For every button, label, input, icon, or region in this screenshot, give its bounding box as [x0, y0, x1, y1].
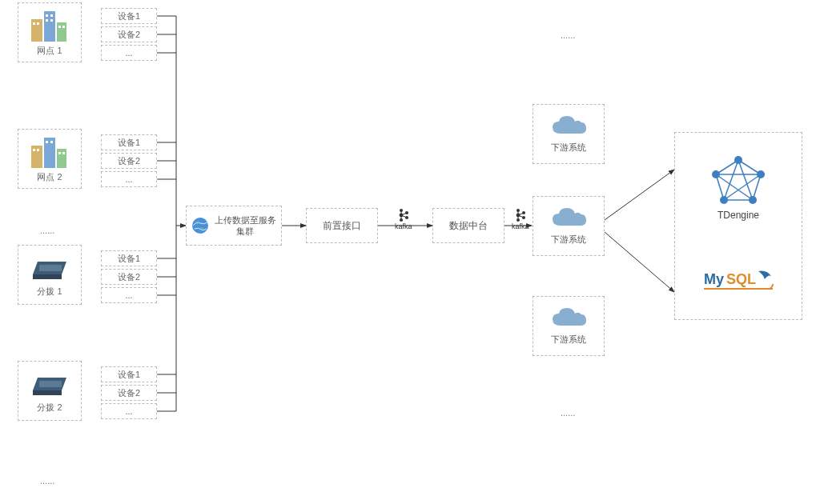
- svg-line-65: [738, 160, 753, 200]
- device-label: 设备2: [118, 155, 140, 167]
- svg-text:SQL: SQL: [726, 271, 756, 287]
- svg-line-18: [605, 232, 674, 292]
- device-box: 设备2: [101, 269, 157, 285]
- device-label: 设备1: [118, 137, 140, 149]
- svg-rect-35: [46, 141, 48, 143]
- svg-line-61: [753, 174, 761, 200]
- upload-cluster-box: 上传数据至服务集群: [186, 206, 282, 246]
- svg-line-69: [716, 174, 753, 200]
- device-label: 设备2: [118, 387, 140, 399]
- device-label: 设备1: [118, 369, 140, 381]
- svg-point-72: [749, 196, 757, 204]
- stage-label: 前置接口: [323, 219, 361, 233]
- svg-rect-40: [39, 265, 62, 271]
- device-label: 设备2: [118, 29, 140, 41]
- site-box-2: 网点 2: [18, 129, 82, 189]
- device-label: 设备2: [118, 271, 140, 283]
- svg-rect-42: [39, 381, 62, 387]
- frontend-interface-box: 前置接口: [306, 208, 378, 243]
- device-box: 设备1: [101, 134, 157, 150]
- svg-rect-23: [37, 22, 39, 25]
- data-platform-box: 数据中台: [432, 208, 504, 243]
- kafka-label: kafka: [395, 222, 412, 230]
- mysql-item: My SQL: [702, 265, 774, 297]
- device-box: ...: [101, 403, 157, 419]
- svg-rect-25: [50, 14, 53, 17]
- site-label: 网点 1: [37, 45, 62, 57]
- mysql-icon: My SQL: [702, 265, 774, 297]
- svg-rect-29: [62, 26, 65, 28]
- device-label: 设备1: [118, 253, 140, 265]
- svg-rect-34: [37, 149, 39, 151]
- globe-icon: [191, 217, 209, 234]
- ellipsis-text: ......: [40, 226, 54, 235]
- device-label: ...: [125, 174, 132, 184]
- kafka-icon: kafka: [512, 208, 529, 230]
- downstream-cloud-mid: 下游系统: [533, 196, 605, 256]
- svg-line-63: [716, 174, 724, 200]
- device-label: 设备1: [118, 10, 140, 22]
- scanner-icon: [30, 252, 70, 284]
- svg-rect-33: [33, 149, 35, 151]
- device-box: 设备1: [101, 366, 157, 382]
- svg-rect-32: [57, 149, 66, 168]
- svg-rect-37: [58, 152, 61, 154]
- device-box: 设备2: [101, 26, 157, 42]
- cloud-label: 下游系统: [551, 142, 586, 154]
- building-icon: [30, 8, 70, 43]
- svg-rect-26: [46, 19, 48, 22]
- device-label: ...: [125, 406, 132, 416]
- svg-line-66: [724, 160, 738, 200]
- device-box: 设备1: [101, 8, 157, 24]
- svg-point-70: [734, 156, 742, 164]
- downstream-cloud-bottom: 下游系统: [533, 296, 605, 356]
- svg-point-74: [712, 170, 720, 178]
- svg-rect-24: [46, 14, 48, 17]
- cloud-label: 下游系统: [551, 334, 586, 346]
- svg-rect-21: [57, 22, 66, 42]
- svg-line-67: [724, 174, 761, 200]
- svg-rect-22: [33, 22, 35, 25]
- svg-rect-38: [62, 152, 65, 154]
- stage-label: 数据中台: [449, 219, 488, 233]
- ellipsis-text: ......: [561, 408, 575, 418]
- svg-line-17: [605, 170, 674, 220]
- svg-rect-28: [58, 26, 61, 28]
- cloud-icon: [549, 306, 588, 330]
- device-box: 设备1: [101, 250, 157, 266]
- tdengine-item: TDengine: [709, 155, 767, 221]
- device-box: ...: [101, 171, 157, 187]
- svg-rect-27: [50, 19, 53, 22]
- scanner-icon: [30, 368, 70, 400]
- svg-rect-39: [33, 274, 62, 279]
- building-icon: [30, 134, 70, 170]
- kafka-label: kafka: [512, 222, 529, 230]
- cloud-icon: [549, 206, 588, 230]
- svg-rect-36: [50, 141, 53, 143]
- tdengine-label: TDengine: [718, 210, 759, 221]
- downstream-cloud-top: 下游系统: [533, 104, 605, 164]
- svg-point-43: [192, 218, 208, 234]
- site-label: 网点 2: [37, 171, 62, 183]
- destination-box: TDengine My SQL: [674, 132, 802, 320]
- device-box: 设备2: [101, 385, 157, 401]
- tdengine-icon: [709, 155, 767, 206]
- device-label: ...: [125, 290, 132, 300]
- device-box: ...: [101, 45, 157, 61]
- device-box: 设备2: [101, 153, 157, 169]
- svg-point-73: [720, 196, 728, 204]
- site-label: 分拨 1: [37, 286, 62, 298]
- svg-point-71: [757, 170, 765, 178]
- device-box: ...: [101, 287, 157, 303]
- site-box-1: 网点 1: [18, 2, 82, 62]
- cloud-icon: [549, 114, 588, 138]
- site-label: 分拨 2: [37, 402, 62, 414]
- site-box-4: 分拨 2: [18, 361, 82, 421]
- kafka-icon: kafka: [395, 208, 412, 230]
- svg-rect-41: [33, 390, 62, 395]
- site-box-3: 分拨 1: [18, 245, 82, 305]
- svg-text:My: My: [704, 271, 724, 287]
- device-label: ...: [125, 48, 132, 58]
- ellipsis-text: ......: [561, 30, 575, 40]
- cluster-label: 上传数据至服务集群: [214, 214, 276, 238]
